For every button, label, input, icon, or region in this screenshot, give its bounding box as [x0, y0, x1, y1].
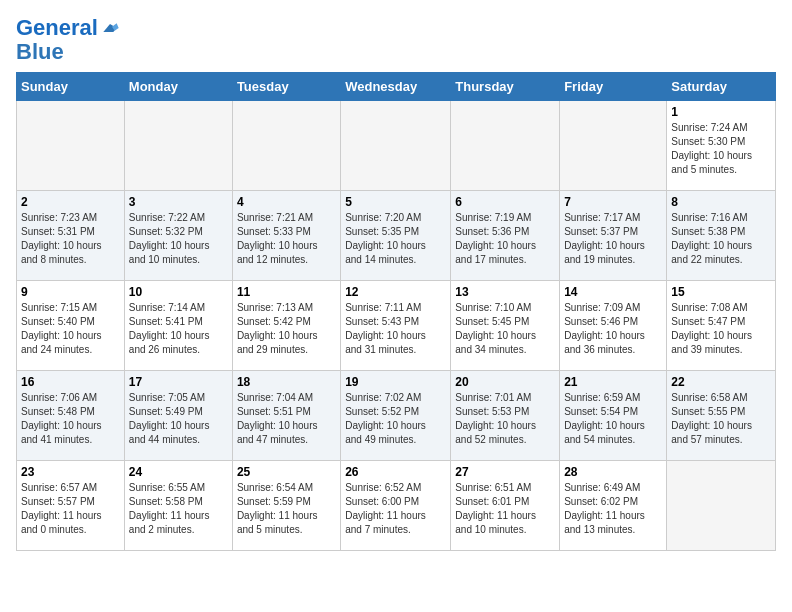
day-info: Sunrise: 7:06 AM Sunset: 5:48 PM Dayligh…: [21, 391, 120, 447]
day-number: 21: [564, 375, 662, 389]
day-number: 1: [671, 105, 771, 119]
calendar-day-cell: 2Sunrise: 7:23 AM Sunset: 5:31 PM Daylig…: [17, 191, 125, 281]
calendar-day-cell: 22Sunrise: 6:58 AM Sunset: 5:55 PM Dayli…: [667, 371, 776, 461]
day-info: Sunrise: 7:08 AM Sunset: 5:47 PM Dayligh…: [671, 301, 771, 357]
calendar-day-cell: 24Sunrise: 6:55 AM Sunset: 5:58 PM Dayli…: [124, 461, 232, 551]
day-of-week-header: Wednesday: [341, 73, 451, 101]
day-number: 28: [564, 465, 662, 479]
calendar-day-cell: [667, 461, 776, 551]
logo-text: General: [16, 16, 98, 40]
calendar-day-cell: 5Sunrise: 7:20 AM Sunset: 5:35 PM Daylig…: [341, 191, 451, 281]
day-info: Sunrise: 7:22 AM Sunset: 5:32 PM Dayligh…: [129, 211, 228, 267]
calendar-day-cell: 13Sunrise: 7:10 AM Sunset: 5:45 PM Dayli…: [451, 281, 560, 371]
day-number: 12: [345, 285, 446, 299]
day-number: 8: [671, 195, 771, 209]
day-info: Sunrise: 6:58 AM Sunset: 5:55 PM Dayligh…: [671, 391, 771, 447]
calendar-day-cell: 18Sunrise: 7:04 AM Sunset: 5:51 PM Dayli…: [232, 371, 340, 461]
calendar-day-cell: [341, 101, 451, 191]
day-number: 18: [237, 375, 336, 389]
day-number: 3: [129, 195, 228, 209]
calendar-day-cell: 23Sunrise: 6:57 AM Sunset: 5:57 PM Dayli…: [17, 461, 125, 551]
logo: General Blue: [16, 16, 120, 64]
day-of-week-header: Friday: [560, 73, 667, 101]
day-number: 24: [129, 465, 228, 479]
page-header: General Blue: [16, 16, 776, 64]
day-info: Sunrise: 7:24 AM Sunset: 5:30 PM Dayligh…: [671, 121, 771, 177]
day-info: Sunrise: 6:54 AM Sunset: 5:59 PM Dayligh…: [237, 481, 336, 537]
calendar-day-cell: 21Sunrise: 6:59 AM Sunset: 5:54 PM Dayli…: [560, 371, 667, 461]
day-info: Sunrise: 7:16 AM Sunset: 5:38 PM Dayligh…: [671, 211, 771, 267]
calendar-day-cell: 7Sunrise: 7:17 AM Sunset: 5:37 PM Daylig…: [560, 191, 667, 281]
day-info: Sunrise: 7:04 AM Sunset: 5:51 PM Dayligh…: [237, 391, 336, 447]
day-number: 19: [345, 375, 446, 389]
day-info: Sunrise: 7:14 AM Sunset: 5:41 PM Dayligh…: [129, 301, 228, 357]
day-info: Sunrise: 7:17 AM Sunset: 5:37 PM Dayligh…: [564, 211, 662, 267]
day-info: Sunrise: 7:11 AM Sunset: 5:43 PM Dayligh…: [345, 301, 446, 357]
day-info: Sunrise: 7:21 AM Sunset: 5:33 PM Dayligh…: [237, 211, 336, 267]
day-of-week-header: Monday: [124, 73, 232, 101]
day-info: Sunrise: 7:09 AM Sunset: 5:46 PM Dayligh…: [564, 301, 662, 357]
calendar-day-cell: 6Sunrise: 7:19 AM Sunset: 5:36 PM Daylig…: [451, 191, 560, 281]
day-number: 26: [345, 465, 446, 479]
day-number: 7: [564, 195, 662, 209]
day-number: 14: [564, 285, 662, 299]
calendar-day-cell: 20Sunrise: 7:01 AM Sunset: 5:53 PM Dayli…: [451, 371, 560, 461]
day-number: 27: [455, 465, 555, 479]
logo-text-blue: Blue: [16, 40, 64, 64]
day-number: 11: [237, 285, 336, 299]
calendar-day-cell: 12Sunrise: 7:11 AM Sunset: 5:43 PM Dayli…: [341, 281, 451, 371]
calendar-day-cell: 16Sunrise: 7:06 AM Sunset: 5:48 PM Dayli…: [17, 371, 125, 461]
calendar-day-cell: 15Sunrise: 7:08 AM Sunset: 5:47 PM Dayli…: [667, 281, 776, 371]
day-number: 4: [237, 195, 336, 209]
calendar-day-cell: 19Sunrise: 7:02 AM Sunset: 5:52 PM Dayli…: [341, 371, 451, 461]
calendar-day-cell: 4Sunrise: 7:21 AM Sunset: 5:33 PM Daylig…: [232, 191, 340, 281]
calendar-day-cell: 26Sunrise: 6:52 AM Sunset: 6:00 PM Dayli…: [341, 461, 451, 551]
calendar-week-row: 23Sunrise: 6:57 AM Sunset: 5:57 PM Dayli…: [17, 461, 776, 551]
day-number: 20: [455, 375, 555, 389]
calendar-day-cell: 8Sunrise: 7:16 AM Sunset: 5:38 PM Daylig…: [667, 191, 776, 281]
calendar-day-cell: [124, 101, 232, 191]
calendar-day-cell: 25Sunrise: 6:54 AM Sunset: 5:59 PM Dayli…: [232, 461, 340, 551]
day-of-week-header: Thursday: [451, 73, 560, 101]
day-of-week-header: Saturday: [667, 73, 776, 101]
day-number: 22: [671, 375, 771, 389]
calendar-day-cell: [17, 101, 125, 191]
day-info: Sunrise: 7:19 AM Sunset: 5:36 PM Dayligh…: [455, 211, 555, 267]
logo-icon: [100, 18, 120, 38]
calendar-day-cell: 17Sunrise: 7:05 AM Sunset: 5:49 PM Dayli…: [124, 371, 232, 461]
calendar-week-row: 16Sunrise: 7:06 AM Sunset: 5:48 PM Dayli…: [17, 371, 776, 461]
day-info: Sunrise: 6:52 AM Sunset: 6:00 PM Dayligh…: [345, 481, 446, 537]
day-number: 17: [129, 375, 228, 389]
calendar-day-cell: 14Sunrise: 7:09 AM Sunset: 5:46 PM Dayli…: [560, 281, 667, 371]
calendar-week-row: 2Sunrise: 7:23 AM Sunset: 5:31 PM Daylig…: [17, 191, 776, 281]
day-number: 25: [237, 465, 336, 479]
day-info: Sunrise: 6:51 AM Sunset: 6:01 PM Dayligh…: [455, 481, 555, 537]
day-info: Sunrise: 7:13 AM Sunset: 5:42 PM Dayligh…: [237, 301, 336, 357]
day-number: 15: [671, 285, 771, 299]
calendar-day-cell: 3Sunrise: 7:22 AM Sunset: 5:32 PM Daylig…: [124, 191, 232, 281]
calendar-day-cell: 27Sunrise: 6:51 AM Sunset: 6:01 PM Dayli…: [451, 461, 560, 551]
day-number: 5: [345, 195, 446, 209]
day-number: 16: [21, 375, 120, 389]
calendar-day-cell: 11Sunrise: 7:13 AM Sunset: 5:42 PM Dayli…: [232, 281, 340, 371]
calendar-day-cell: [560, 101, 667, 191]
day-info: Sunrise: 6:59 AM Sunset: 5:54 PM Dayligh…: [564, 391, 662, 447]
calendar-week-row: 1Sunrise: 7:24 AM Sunset: 5:30 PM Daylig…: [17, 101, 776, 191]
day-info: Sunrise: 7:23 AM Sunset: 5:31 PM Dayligh…: [21, 211, 120, 267]
day-of-week-header: Sunday: [17, 73, 125, 101]
day-info: Sunrise: 7:20 AM Sunset: 5:35 PM Dayligh…: [345, 211, 446, 267]
calendar-day-cell: 9Sunrise: 7:15 AM Sunset: 5:40 PM Daylig…: [17, 281, 125, 371]
day-info: Sunrise: 7:01 AM Sunset: 5:53 PM Dayligh…: [455, 391, 555, 447]
calendar-day-cell: 28Sunrise: 6:49 AM Sunset: 6:02 PM Dayli…: [560, 461, 667, 551]
day-number: 2: [21, 195, 120, 209]
day-info: Sunrise: 6:55 AM Sunset: 5:58 PM Dayligh…: [129, 481, 228, 537]
day-number: 23: [21, 465, 120, 479]
day-of-week-header: Tuesday: [232, 73, 340, 101]
calendar-header-row: SundayMondayTuesdayWednesdayThursdayFrid…: [17, 73, 776, 101]
calendar-day-cell: [451, 101, 560, 191]
day-number: 13: [455, 285, 555, 299]
day-number: 9: [21, 285, 120, 299]
day-info: Sunrise: 6:49 AM Sunset: 6:02 PM Dayligh…: [564, 481, 662, 537]
day-info: Sunrise: 7:02 AM Sunset: 5:52 PM Dayligh…: [345, 391, 446, 447]
calendar-day-cell: 10Sunrise: 7:14 AM Sunset: 5:41 PM Dayli…: [124, 281, 232, 371]
